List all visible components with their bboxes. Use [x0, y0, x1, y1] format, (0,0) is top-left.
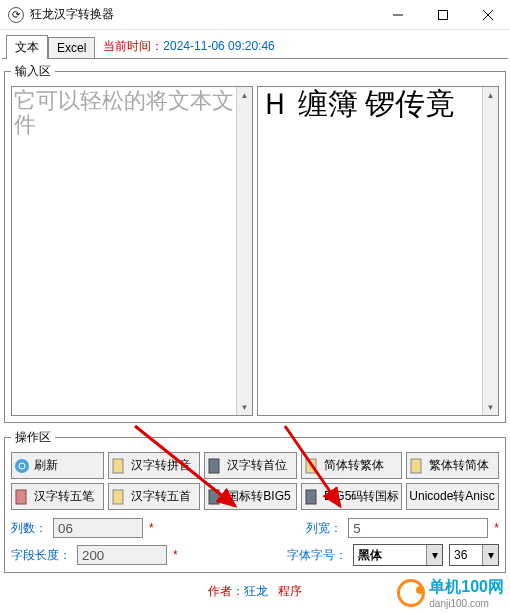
- page-icon: [111, 489, 127, 505]
- author-label: 作者：: [208, 584, 244, 598]
- input-area-fieldset: 输入区 它可以轻松的将文本文件 ▲ ▼ Ｈ 缠簿 锣传竟 ▲ ▼: [4, 63, 506, 423]
- input-area-legend: 输入区: [11, 63, 55, 80]
- right-pane[interactable]: Ｈ 缠簿 锣传竟 ▲ ▼: [257, 86, 499, 416]
- svg-rect-9: [16, 490, 26, 504]
- flen-input[interactable]: [77, 545, 167, 565]
- right-scrollbar[interactable]: ▲ ▼: [482, 87, 498, 415]
- scroll-down-icon[interactable]: ▼: [483, 399, 498, 415]
- scroll-down-icon[interactable]: ▼: [237, 399, 252, 415]
- colw-label: 列宽：: [306, 520, 342, 537]
- refresh-button[interactable]: 刷新: [11, 452, 104, 479]
- left-scrollbar[interactable]: ▲ ▼: [236, 87, 252, 415]
- app-icon: ⟳: [8, 7, 24, 23]
- watermark-url: danji100.com: [429, 598, 504, 609]
- colw-input[interactable]: [348, 518, 488, 538]
- op-area-legend: 操作区: [11, 429, 55, 446]
- time-info: 当前时间：2024-11-06 09:20:46: [103, 38, 274, 55]
- jt2ft-button[interactable]: 简体转繁体: [301, 452, 402, 479]
- svg-rect-10: [113, 490, 123, 504]
- left-pane[interactable]: 它可以轻松的将文本文件 ▲ ▼: [11, 86, 253, 416]
- hz2py-button[interactable]: 汉字转拼音: [108, 452, 201, 479]
- page-icon: [111, 458, 127, 474]
- op-area-fieldset: 操作区 刷新 汉字转拼音 汉字转首位 简体转繁体 繁体转简体 汉字转五笔 汉字转…: [4, 429, 506, 573]
- titlebar: ⟳ 狂龙汉字转换器: [0, 0, 510, 30]
- minimize-button[interactable]: [375, 0, 420, 29]
- gb2big5-button[interactable]: 国标转BIG5: [204, 483, 297, 510]
- svg-point-4: [15, 459, 29, 473]
- size-combo[interactable]: 36 ▾: [449, 544, 499, 566]
- hz2wb-button[interactable]: 汉字转五笔: [11, 483, 104, 510]
- font-combo[interactable]: 黑体 ▾: [353, 544, 443, 566]
- flen-label: 字段长度：: [11, 547, 71, 564]
- svg-rect-11: [209, 490, 219, 504]
- tab-text[interactable]: 文本: [6, 35, 48, 59]
- close-button[interactable]: [465, 0, 510, 29]
- watermark: 单机100网 danji100.com: [397, 577, 504, 609]
- page-icon: [304, 489, 320, 505]
- time-value: 2024-11-06 09:20:46: [163, 39, 274, 53]
- refresh-icon: [14, 458, 30, 474]
- size-value: 36: [450, 548, 482, 562]
- uni2ansi-button[interactable]: Unicode转Anisc: [406, 483, 499, 510]
- window-controls: [375, 0, 510, 29]
- tab-bar: 文本 Excel 当前时间：2024-11-06 09:20:46: [2, 32, 508, 59]
- cols-label: 列数：: [11, 520, 47, 537]
- page-icon: [207, 458, 223, 474]
- window-title: 狂龙汉字转换器: [30, 6, 375, 23]
- font-value: 黑体: [354, 547, 426, 564]
- big52gb-button[interactable]: BIG5码转国标: [301, 483, 402, 510]
- svg-rect-7: [306, 459, 316, 473]
- left-text: 它可以轻松的将文本文件: [14, 89, 234, 137]
- tab-excel[interactable]: Excel: [48, 37, 95, 58]
- svg-rect-8: [411, 459, 421, 473]
- maximize-button[interactable]: [420, 0, 465, 29]
- chevron-down-icon[interactable]: ▾: [482, 545, 498, 565]
- star: *: [173, 548, 178, 562]
- author: 狂龙: [244, 584, 268, 598]
- svg-rect-1: [438, 10, 447, 19]
- svg-rect-6: [209, 459, 219, 473]
- hz2sw-button[interactable]: 汉字转首位: [204, 452, 297, 479]
- time-label: 当前时间：: [103, 39, 163, 53]
- font-label: 字体字号：: [287, 547, 347, 564]
- ft2jt-button[interactable]: 繁体转简体: [406, 452, 499, 479]
- watermark-text: 单机100网: [429, 577, 504, 598]
- star: *: [149, 521, 154, 535]
- scroll-up-icon[interactable]: ▲: [483, 87, 498, 103]
- hz2ws-button[interactable]: 汉字转五首: [108, 483, 201, 510]
- right-text: Ｈ 缠簿 锣传竟: [260, 89, 480, 119]
- chevron-down-icon[interactable]: ▾: [426, 545, 442, 565]
- scroll-up-icon[interactable]: ▲: [237, 87, 252, 103]
- star: *: [494, 521, 499, 535]
- page-icon: [409, 458, 425, 474]
- svg-rect-5: [113, 459, 123, 473]
- page-icon: [14, 489, 30, 505]
- watermark-logo-icon: [397, 579, 425, 607]
- prog-label: 程序: [278, 584, 302, 598]
- cols-input[interactable]: [53, 518, 143, 538]
- svg-rect-12: [306, 490, 316, 504]
- page-icon: [207, 489, 223, 505]
- page-icon: [304, 458, 320, 474]
